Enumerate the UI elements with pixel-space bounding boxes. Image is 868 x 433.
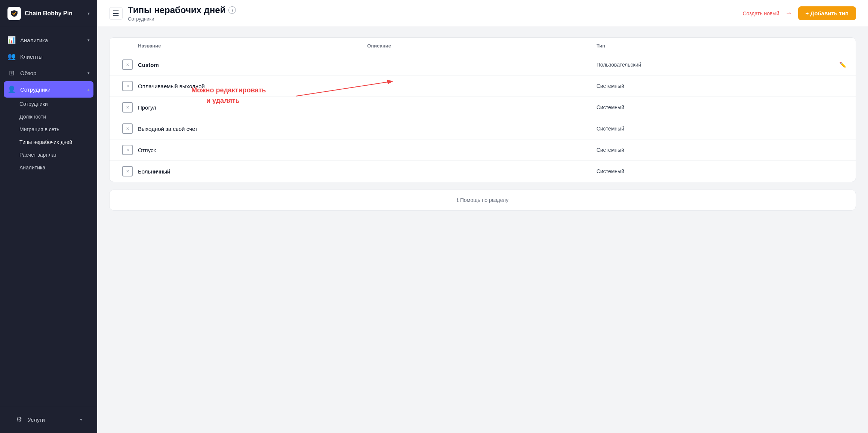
- breadcrumb: Сотрудники: [128, 16, 738, 22]
- row-icon-cell: [117, 102, 138, 113]
- calendar-x-icon: [122, 102, 133, 113]
- col-header-description: Описание: [367, 43, 596, 49]
- sidebar-subitem-employees-list[interactable]: Сотрудники: [0, 98, 97, 110]
- row-type: Пользовательский: [597, 62, 826, 68]
- chevron-down-icon: ▾: [87, 71, 90, 76]
- sidebar-item-label: Услуги: [28, 417, 76, 423]
- sidebar-subitem-off-days[interactable]: Типы нерабочих дней: [0, 136, 97, 148]
- help-card: ℹ Помощь по разделу: [109, 190, 856, 211]
- calendar-x-icon: [122, 166, 133, 176]
- row-type: Системный: [597, 168, 826, 174]
- calendar-x-icon: [122, 59, 133, 70]
- sidebar-subitem-migration[interactable]: Миграция в сеть: [0, 123, 97, 136]
- col-header-name: Название: [138, 43, 367, 49]
- col-header-icon: [117, 43, 138, 49]
- sidebar-item-label: Аналитика: [20, 37, 83, 43]
- col-header-type: Тип: [597, 43, 826, 49]
- help-text[interactable]: ℹ Помощь по разделу: [457, 197, 508, 203]
- sidebar-item-label: Обзор: [20, 70, 83, 76]
- sidebar-item-label: Клиенты: [20, 53, 90, 60]
- calendar-x-icon: [122, 81, 133, 91]
- row-type: Системный: [597, 104, 826, 110]
- row-icon-cell: [117, 123, 138, 134]
- menu-button[interactable]: ☰: [109, 7, 123, 20]
- sidebar-item-employees[interactable]: 👤 Сотрудники ▴: [4, 81, 93, 98]
- calendar-x-icon: [122, 145, 133, 155]
- row-name: Выходной за свой счет: [138, 126, 367, 132]
- row-icon-cell: [117, 145, 138, 155]
- topbar-actions: Создать новый → + Добавить тип: [743, 6, 856, 20]
- app-logo: [7, 7, 21, 20]
- table-row: Оплачиваемый выходной Системный: [110, 76, 856, 97]
- table-header: Название Описание Тип: [110, 38, 856, 54]
- sidebar-item-clients[interactable]: 👥 Клиенты: [0, 48, 97, 65]
- services-icon: ⚙: [15, 415, 23, 424]
- sidebar-header[interactable]: Chain Bobby Pin ▾: [0, 0, 97, 27]
- add-type-button[interactable]: + Добавить тип: [798, 6, 856, 20]
- employees-icon: 👤: [7, 85, 16, 93]
- sidebar: Chain Bobby Pin ▾ 📊 Аналитика ▾ 👥 Клиент…: [0, 0, 97, 433]
- sidebar-item-overview[interactable]: ⊞ Обзор ▾: [0, 65, 97, 81]
- row-icon-cell: [117, 81, 138, 91]
- row-type: Системный: [597, 83, 826, 89]
- sidebar-item-analytics[interactable]: 📊 Аналитика ▾: [0, 32, 97, 48]
- sidebar-item-services[interactable]: ⚙ Услуги ▾: [7, 411, 90, 428]
- sidebar-subitem-positions[interactable]: Должности: [0, 110, 97, 123]
- sidebar-subitem-salary[interactable]: Расчет зарплат: [0, 148, 97, 161]
- company-name: Chain Bobby Pin: [25, 10, 84, 17]
- row-icon-cell: [117, 59, 138, 70]
- overview-icon: ⊞: [7, 69, 16, 77]
- chevron-up-icon: ▴: [87, 87, 90, 92]
- arrow-right-icon: →: [785, 9, 792, 17]
- row-type: Системный: [597, 147, 826, 153]
- company-chevron-icon: ▾: [87, 11, 90, 16]
- sidebar-nav: 📊 Аналитика ▾ 👥 Клиенты ⊞ Обзор ▾ 👤 Сотр…: [0, 27, 97, 406]
- row-name: Оплачиваемый выходной: [138, 83, 367, 89]
- chevron-down-icon: ▾: [80, 417, 82, 422]
- row-actions: ✏️: [826, 60, 848, 70]
- row-name: Отпуск: [138, 147, 367, 153]
- table-row: Выходной за свой счет Системный: [110, 118, 856, 139]
- row-type: Системный: [597, 126, 826, 132]
- create-new-label: Создать новый: [743, 10, 779, 16]
- sidebar-footer: ⚙ Услуги ▾: [0, 406, 97, 433]
- info-icon[interactable]: i: [228, 6, 236, 14]
- main-content: ☰ Типы нерабочих дней i Сотрудники Созда…: [97, 0, 868, 433]
- analytics-icon: 📊: [7, 36, 16, 44]
- sidebar-subitem-analytics[interactable]: Аналитика: [0, 161, 97, 174]
- row-name: Больничный: [138, 168, 367, 175]
- calendar-x-icon: [122, 123, 133, 134]
- row-name: Прогул: [138, 104, 367, 111]
- sidebar-item-label: Сотрудники: [20, 86, 83, 93]
- table-row: Прогул Системный: [110, 97, 856, 118]
- row-icon-cell: [117, 166, 138, 176]
- content-area: Название Описание Тип Custom Пользовател…: [97, 27, 868, 433]
- table-row: Custom Пользовательский ✏️: [110, 54, 856, 76]
- page-title: Типы нерабочих дней i: [128, 5, 738, 15]
- col-header-actions: [826, 43, 848, 49]
- topbar-title-area: Типы нерабочих дней i Сотрудники: [128, 5, 738, 22]
- table-row: Отпуск Системный: [110, 139, 856, 161]
- edit-icon[interactable]: ✏️: [838, 60, 848, 70]
- table-card: Название Описание Тип Custom Пользовател…: [109, 37, 856, 182]
- chevron-down-icon: ▾: [87, 38, 90, 43]
- clients-icon: 👥: [7, 52, 16, 61]
- row-name: Custom: [138, 62, 367, 68]
- topbar: ☰ Типы нерабочих дней i Сотрудники Созда…: [97, 0, 868, 27]
- table-row: Больничный Системный: [110, 161, 856, 182]
